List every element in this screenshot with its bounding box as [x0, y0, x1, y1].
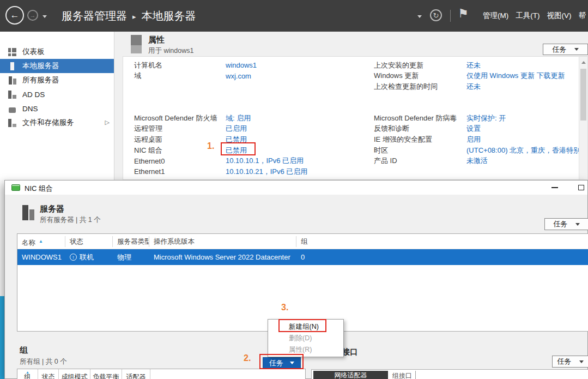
- sidebar-item-ad-ds[interactable]: AD DS: [0, 87, 114, 101]
- last-installed-updates-link[interactable]: 还未: [466, 61, 481, 70]
- minimize-button[interactable]: [547, 182, 562, 194]
- tab-team-interfaces[interactable]: 组接口: [392, 371, 412, 379]
- tasks-label: 任务: [554, 219, 568, 229]
- menu-view[interactable]: 视图(V): [547, 11, 572, 21]
- domain-link[interactable]: wxj.com: [226, 72, 251, 80]
- scrollbar-up-icon[interactable]: [581, 61, 586, 64]
- maximize-button[interactable]: [573, 182, 588, 194]
- adapters-tasks-button[interactable]: 任务: [552, 356, 588, 368]
- status-online-icon: ↑: [70, 254, 77, 261]
- scrollbar-thumb[interactable]: [580, 69, 586, 121]
- ie-security-link[interactable]: 启用: [466, 135, 481, 145]
- breadcrumb-separator-icon: ▸: [132, 11, 136, 21]
- back-button[interactable]: ←: [5, 6, 24, 25]
- breadcrumb: 服务器管理器 ▸ 本地服务器: [62, 0, 196, 32]
- column-header-group[interactable]: 组: [296, 236, 588, 247]
- server-group-cell: 0: [296, 253, 588, 261]
- nic-teaming-link[interactable]: 已禁用: [226, 146, 247, 155]
- teams-table: ▲组 .状态 .成组模式 .负载平衡 .适配器: [17, 369, 306, 379]
- nav-history-dropdown-icon[interactable]: [43, 15, 47, 18]
- properties-scrollbar[interactable]: [579, 57, 587, 179]
- column-header-adapters[interactable]: .适配器: [122, 369, 150, 379]
- sidebar-item-label: AD DS: [22, 91, 45, 99]
- property-row: 计算机名 windows1: [134, 60, 363, 71]
- forward-button[interactable]: →: [27, 10, 38, 21]
- column-header-team-status[interactable]: .状态: [38, 369, 59, 379]
- chevron-down-icon: [290, 362, 294, 364]
- sidebar-item-local-server[interactable]: 本地服务器: [0, 59, 114, 73]
- sidebar-item-dns[interactable]: DNS: [0, 101, 114, 116]
- property-label: 远程管理: [134, 124, 226, 134]
- computer-name-link[interactable]: windows1: [226, 61, 257, 69]
- topbar-divider: [450, 10, 451, 22]
- menu-item-properties: 属性(R): [268, 344, 343, 356]
- remote-management-link[interactable]: 已启用: [226, 124, 247, 134]
- menu-help[interactable]: 帮: [579, 11, 586, 21]
- property-label: Windows 更新: [374, 71, 466, 81]
- property-row: Ethernet1 10.10.10.21，IPv6 已启用: [134, 166, 363, 177]
- sidebar-item-all-servers[interactable]: 所有服务器: [0, 73, 114, 87]
- back-icon: ←: [10, 10, 20, 21]
- chevron-down-icon: [575, 223, 580, 226]
- teams-section-title: 组: [20, 345, 28, 356]
- property-row: 时区 (UTC+08:00) 北京，重庆，香港特别行: [374, 145, 579, 156]
- property-label: 产品 ID: [374, 156, 466, 166]
- chevron-down-icon: [579, 360, 584, 363]
- column-header-status[interactable]: 状态: [65, 236, 113, 247]
- properties-tasks-button[interactable]: 任务: [543, 44, 588, 55]
- adapters-section-title-partial: 接口: [342, 347, 357, 357]
- property-row: 远程桌面 已禁用: [134, 134, 363, 145]
- properties-right-group-1: 上次安装的更新 还未 Windows 更新 仅使用 Windows 更新 下载更…: [374, 60, 579, 92]
- dialog-title: NIC 组合: [25, 184, 53, 194]
- server-manager-screen: ← → 服务器管理器 ▸ 本地服务器 ↻ ⚑ 管理(M) 工具(T) 视图(V)…: [0, 0, 588, 379]
- column-header-name[interactable]: 名称▲: [17, 236, 65, 247]
- sidebar-item-file-storage[interactable]: 文件和存储服务 ▷: [0, 116, 114, 130]
- column-header-os-version[interactable]: 操作系统版本: [149, 236, 296, 247]
- menu-manage[interactable]: 管理(M): [483, 11, 508, 21]
- product-id-link[interactable]: 未激活: [466, 156, 488, 166]
- column-header-team[interactable]: ▲组: [17, 369, 38, 379]
- property-row: 上次检查更新的时间 还未: [374, 81, 579, 92]
- maximize-icon: [578, 185, 584, 190]
- properties-right-group-2: Microsoft Defender 防病毒 实时保护: 开 反馈和诊断 设置 …: [374, 113, 579, 166]
- server-type-cell: 物理: [113, 252, 149, 262]
- refresh-icon: ↻: [433, 11, 439, 20]
- notifications-flag-icon[interactable]: ⚑: [458, 7, 469, 21]
- servers-tasks-button[interactable]: 任务: [544, 218, 588, 230]
- menu-item-new-team[interactable]: 新建组(N): [268, 321, 343, 333]
- column-header-server-type[interactable]: 服务器类型: [113, 236, 149, 247]
- tab-separator: [415, 371, 416, 379]
- property-label: 上次检查更新的时间: [374, 82, 466, 92]
- remote-desktop-link[interactable]: 已禁用: [226, 135, 247, 145]
- server-row-selected[interactable]: WINDOWS1 ↑ 联机 物理 Microsoft Windows Serve…: [17, 249, 588, 265]
- ethernet1-link[interactable]: 10.10.10.21，IPv6 已启用: [226, 167, 307, 177]
- dialog-titlebar[interactable]: NIC 组合: [5, 181, 587, 195]
- scope-dropdown-icon[interactable]: [417, 15, 422, 18]
- defender-antivirus-link[interactable]: 实时保护: 开: [466, 113, 506, 123]
- column-header-load-balancing[interactable]: .负载平衡: [90, 369, 122, 379]
- column-header-teaming-mode[interactable]: .成组模式: [59, 369, 90, 379]
- property-label: 上次安装的更新: [374, 61, 466, 70]
- refresh-button[interactable]: ↻: [430, 9, 442, 21]
- sidebar-item-label: 所有服务器: [22, 75, 59, 85]
- sort-ascending-icon: ▲: [39, 236, 43, 247]
- tab-network-adapters[interactable]: 网络适配器: [313, 371, 388, 379]
- windows-update-link[interactable]: 仅使用 Windows 更新 下载更新: [466, 71, 565, 81]
- server-os-cell: Microsoft Windows Server 2022 Datacenter: [149, 253, 296, 261]
- property-label: 时区: [374, 146, 466, 155]
- menu-tools[interactable]: 工具(T): [516, 11, 539, 21]
- cyan-window-edge: [0, 296, 4, 379]
- timezone-link[interactable]: (UTC+08:00) 北京，重庆，香港特别行: [466, 146, 579, 155]
- teams-section-subtitle: 所有组 | 共 0 个: [20, 357, 67, 366]
- expand-arrow-icon[interactable]: ▷: [105, 119, 110, 126]
- ethernet0-link[interactable]: 10.10.10.1，IPv6 已启用: [226, 156, 304, 166]
- flag-glyph: ⚑: [458, 7, 469, 20]
- sidebar-item-dashboard[interactable]: 仪表板: [0, 45, 114, 59]
- teams-tasks-button[interactable]: 任务: [263, 357, 301, 369]
- property-row: NIC 组合 已禁用: [134, 145, 363, 156]
- firewall-link[interactable]: 域: 启用: [226, 113, 251, 123]
- property-label: Microsoft Defender 防病毒: [374, 113, 466, 123]
- feedback-diagnostics-link[interactable]: 设置: [466, 124, 481, 134]
- last-checked-updates-link[interactable]: 还未: [466, 82, 481, 92]
- property-label: Microsoft Defender 防火墙: [134, 113, 226, 123]
